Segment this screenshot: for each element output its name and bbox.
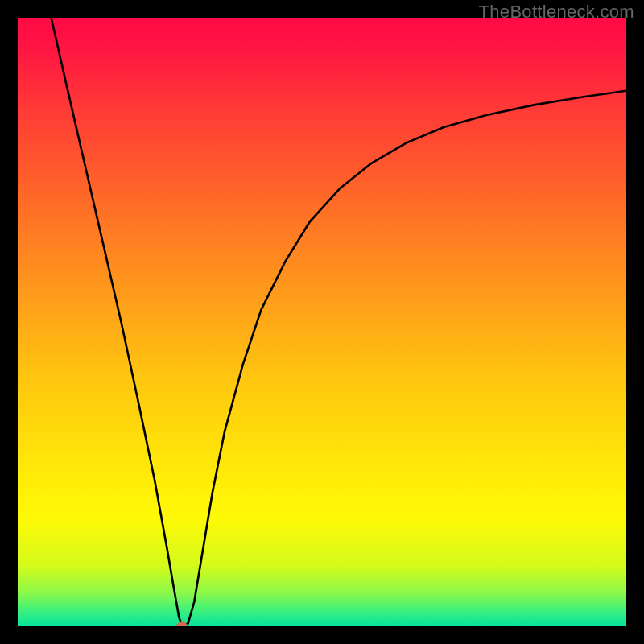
plot-area	[18, 18, 626, 626]
optimal-marker	[176, 622, 188, 627]
chart-frame: TheBottleneck.com	[0, 0, 644, 644]
bottleneck-curve	[52, 18, 626, 626]
watermark-text: TheBottleneck.com	[479, 2, 634, 23]
curve-layer	[18, 18, 626, 626]
